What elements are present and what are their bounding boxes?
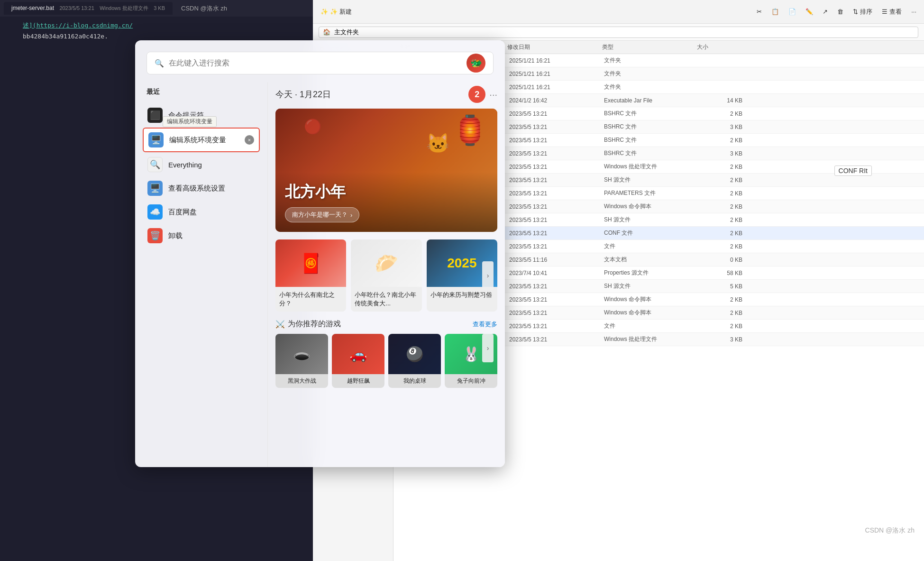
scroll-right-arrow[interactable]: › bbox=[482, 261, 494, 290]
search-bar[interactable]: 🔍 🐲 bbox=[146, 52, 494, 74]
news-emoji-1: 🧧 bbox=[299, 252, 323, 275]
explorer-toolbar: ✨ ✨ 新建 ✂ 📋 📄 ✏️ ↗ 🗑 ⇅ 排序 ☰ 查看 ··· bbox=[313, 0, 924, 24]
new-button[interactable]: ✨ ✨ 新建 bbox=[317, 6, 356, 18]
tab-size: 3 KB bbox=[154, 5, 165, 11]
sort-icon: ⇅ bbox=[853, 8, 858, 15]
search-input[interactable] bbox=[169, 59, 462, 67]
paste-button[interactable]: 📄 bbox=[785, 6, 800, 17]
banner-btn-icon: › bbox=[350, 212, 352, 219]
game-card-4[interactable]: 🐰 兔子向前冲 › bbox=[445, 334, 497, 388]
tab-filename: jmeter-server.bat bbox=[11, 5, 54, 11]
games-grid: 🕳️ 黑洞大作战 🚗 越野狂飙 🎱 我的桌球 bbox=[275, 334, 497, 388]
news-title-1: 小年为什么有南北之分？ bbox=[275, 287, 346, 312]
explorer-nav: 🏠 主文件夹 bbox=[313, 24, 924, 41]
env-tooltip: 编辑系统环境变量 bbox=[163, 116, 217, 127]
code-tab-active[interactable]: jmeter-server.bat 2023/5/5 13:21 Windows… bbox=[4, 2, 173, 15]
everything-name: Everything bbox=[168, 161, 202, 169]
game-img-2: 🚗 bbox=[332, 334, 384, 374]
banner-title: 北方小年 bbox=[285, 182, 488, 202]
news-img-2: 🥟 bbox=[351, 239, 421, 287]
app-item-advanced[interactable]: 🖥️ 查看高级系统设置 bbox=[143, 177, 260, 200]
start-menu: 🔍 🐲 最近 ⬛ 命令提示符 编辑系统环境变量 🖥️ 编辑系统环境变量 × bbox=[135, 40, 505, 467]
rename-button[interactable]: ✏️ bbox=[802, 6, 817, 17]
game-emoji-4: 🐰 bbox=[462, 346, 480, 362]
delete-button[interactable]: 🗑 bbox=[833, 6, 847, 17]
column-type-header[interactable]: 类型 bbox=[602, 43, 697, 51]
right-panel: 今天 · 1月22日 2 ··· 🏮 🐱 🔴 北方小年 南方小年是哪一 bbox=[268, 82, 505, 467]
game-emoji-1: 🕳️ bbox=[293, 346, 311, 362]
sort-button[interactable]: ⇅ 排序 bbox=[849, 6, 876, 18]
env-name: 编辑系统环境变量 bbox=[169, 136, 226, 145]
code-url: 述](https://i-blog.csdnimg.cn/ bbox=[23, 21, 133, 30]
game-emoji-3: 🎱 bbox=[406, 346, 423, 362]
search-container: 🔍 🐲 bbox=[135, 40, 505, 82]
code-line: bb4284b34a91162a0c412e. bbox=[4, 31, 313, 41]
watermark-top: CSDN @洛水 zh bbox=[181, 4, 227, 13]
banner-art-cat: 🐱 bbox=[426, 132, 450, 155]
cmd-icon: ⬛ bbox=[147, 108, 163, 123]
news-grid: 🧧 小年为什么有南北之分？ 🥟 小年吃什么？南北小年传统美食大... 2025 … bbox=[275, 239, 497, 312]
view-icon: ☰ bbox=[882, 8, 887, 15]
conf-badge: CONF RIt bbox=[834, 166, 872, 176]
games-title: ⚔️ 为你推荐的游戏 bbox=[275, 319, 341, 329]
game-emoji-2: 🚗 bbox=[349, 346, 367, 362]
news-card-2[interactable]: 🥟 小年吃什么？南北小年传统美食大... bbox=[351, 239, 421, 312]
game-card-1[interactable]: 🕳️ 黑洞大作战 bbox=[275, 334, 328, 388]
news-banner[interactable]: 🏮 🐱 🔴 北方小年 南方小年是哪一天？ › bbox=[275, 109, 497, 232]
copy-button[interactable]: 📋 bbox=[768, 6, 783, 17]
game-title-3: 我的桌球 bbox=[388, 374, 441, 388]
banner-overlay: 北方小年 南方小年是哪一天？ › bbox=[275, 172, 497, 232]
game-title-1: 黑洞大作战 bbox=[275, 374, 328, 388]
news-emoji-3: 2025 bbox=[447, 256, 476, 271]
cut-icon: ✂ bbox=[757, 8, 762, 15]
recent-section-title: 最近 bbox=[143, 86, 260, 98]
games-scroll-right[interactable]: › bbox=[482, 334, 494, 362]
game-img-1: 🕳️ bbox=[275, 334, 328, 374]
column-date-header[interactable]: 修改日期 bbox=[507, 43, 602, 51]
share-icon: ↗ bbox=[823, 8, 828, 15]
home-icon: 🏠 bbox=[323, 28, 330, 36]
games-icon: ⚔️ bbox=[275, 320, 285, 329]
more-button[interactable]: ··· bbox=[907, 6, 920, 17]
copy-icon: 📋 bbox=[771, 8, 779, 15]
games-section: ⚔️ 为你推荐的游戏 查看更多 🕳️ 黑洞大作战 🚗 bbox=[275, 319, 497, 388]
date-badge: 2 bbox=[468, 86, 485, 103]
tab-type: Windows 批处理文件 bbox=[100, 5, 148, 11]
news-card-3[interactable]: 2025 小年的来历与荆楚习俗 › bbox=[427, 239, 497, 312]
game-img-3: 🎱 bbox=[388, 334, 441, 374]
app-item-everything[interactable]: 🔍 Everything bbox=[143, 153, 260, 176]
share-button[interactable]: ↗ bbox=[819, 6, 832, 17]
breadcrumb[interactable]: 🏠 主文件夹 bbox=[319, 27, 918, 38]
everything-icon: 🔍 bbox=[147, 157, 163, 172]
close-button[interactable]: × bbox=[245, 135, 254, 145]
banner-art-decoration: 🏮 bbox=[452, 113, 488, 147]
code-line: 述](https://i-blog.csdnimg.cn/ bbox=[4, 20, 313, 31]
left-panel: 最近 ⬛ 命令提示符 编辑系统环境变量 🖥️ 编辑系统环境变量 × 🔍 Ever… bbox=[135, 82, 268, 467]
banner-btn-label: 南方小年是哪一天？ bbox=[292, 211, 348, 219]
news-card-1[interactable]: 🧧 小年为什么有南北之分？ bbox=[275, 239, 346, 312]
paste-icon: 📄 bbox=[788, 8, 796, 15]
game-card-3[interactable]: 🎱 我的桌球 bbox=[388, 334, 441, 388]
uninstall-name: 卸载 bbox=[168, 231, 183, 240]
game-card-2[interactable]: 🚗 越野狂飙 bbox=[332, 334, 384, 388]
app-item-uninstall[interactable]: 🗑️ 卸载 bbox=[143, 224, 260, 247]
cut-button[interactable]: ✂ bbox=[753, 6, 766, 17]
breadcrumb-label: 主文件夹 bbox=[334, 28, 359, 37]
games-title-text: 为你推荐的游戏 bbox=[288, 319, 341, 329]
view-button[interactable]: ☰ 查看 bbox=[878, 6, 906, 18]
column-size-header[interactable]: 大小 bbox=[697, 43, 744, 51]
banner-art-lantern2: 🔴 bbox=[304, 118, 321, 135]
code-text: bb4284b34a91162a0c412e. bbox=[23, 33, 108, 40]
baidu-icon: ☁️ bbox=[147, 204, 163, 220]
rename-icon: ✏️ bbox=[805, 8, 813, 15]
app-item-env[interactable]: 🖥️ 编辑系统环境变量 × bbox=[143, 128, 260, 152]
app-logo: 🐲 bbox=[467, 54, 485, 73]
games-header: ⚔️ 为你推荐的游戏 查看更多 bbox=[275, 319, 497, 329]
more-options-button[interactable]: ··· bbox=[489, 89, 497, 100]
app-item-env-wrapper: 编辑系统环境变量 🖥️ 编辑系统环境变量 × bbox=[143, 128, 260, 152]
uninstall-icon: 🗑️ bbox=[147, 228, 163, 243]
banner-button[interactable]: 南方小年是哪一天？ › bbox=[285, 207, 359, 222]
tab-date: 2023/5/5 13:21 bbox=[59, 5, 94, 11]
app-item-baidu[interactable]: ☁️ 百度网盘 bbox=[143, 201, 260, 223]
games-more-button[interactable]: 查看更多 bbox=[473, 320, 497, 329]
